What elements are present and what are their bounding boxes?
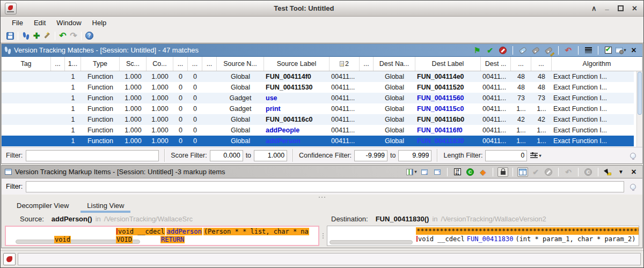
table-cell: Gadget [217, 105, 264, 113]
score-to-input[interactable] [254, 150, 287, 161]
menu-file[interactable]: File [7, 18, 28, 28]
column-header[interactable]: Co... [147, 57, 173, 71]
destination-info: Destination: FUN_00411830() in /VersionT… [324, 215, 642, 223]
table-cell: 0 [188, 116, 202, 123]
footprints-icon[interactable] [20, 31, 31, 41]
column-header[interactable]: ... [188, 57, 202, 71]
column-header[interactable]: Source N... [217, 57, 264, 71]
splitter-handle[interactable] [2, 195, 642, 199]
match-row[interactable]: 1Function1.0001.00000GlobaladdPerson0041… [2, 136, 634, 146]
column-header[interactable]: Algorithm [552, 57, 642, 71]
undo-red-icon[interactable]: ↶ [563, 46, 574, 55]
replace-icon[interactable]: C [465, 167, 475, 177]
ghidra-dragon-icon[interactable] [3, 253, 16, 265]
toolbar-separator [493, 168, 493, 176]
column-header[interactable]: 1... [65, 57, 81, 71]
column-header[interactable]: Dest Label [415, 57, 481, 71]
match-row[interactable]: 1Function1.0001.00000Gadgetuse00411...Gl… [2, 93, 634, 103]
tag-blue-icon[interactable] [517, 46, 528, 55]
diamond-icon[interactable]: ◆ [478, 167, 488, 177]
close-window-button[interactable]: × [632, 4, 637, 13]
tag-edit-icon[interactable] [543, 46, 554, 55]
tab-decompiler-view[interactable]: Decompiler View [10, 200, 75, 213]
filter-settings-icon[interactable]: ▾ [530, 151, 541, 160]
pane-splitter[interactable] [320, 226, 326, 246]
prev-item-icon[interactable]: ↑ [432, 167, 443, 177]
markup-status-icon[interactable]: ▾ [406, 167, 417, 177]
minimize-button[interactable]: _ [605, 3, 609, 10]
score-filter-group: Score Filter: to [171, 150, 287, 161]
match-row[interactable]: 1Function1.0001.00000GlobalFUN_004116c00… [2, 114, 634, 125]
matches-vscrollbar[interactable] [636, 71, 642, 147]
source-listing-pane[interactable]: void __cdecl addPerson(Person * * list, … [5, 226, 319, 246]
score-from-input[interactable] [210, 150, 243, 161]
destination-hscrollbar[interactable] [330, 240, 413, 244]
close-icon[interactable]: × [628, 46, 639, 55]
table-cell: 1.000 [120, 116, 147, 123]
accept-icon[interactable]: ✔ [485, 46, 495, 55]
filter-hint-bulb-icon[interactable] [627, 182, 638, 191]
undo-icon[interactable]: ↶ [57, 31, 68, 41]
table-cell: 0 [188, 73, 202, 80]
help-icon[interactable]: ? [84, 31, 94, 41]
column-header[interactable]: Dest Na... [374, 57, 415, 71]
list-icon[interactable] [583, 46, 594, 55]
add-icon[interactable]: ✚ [31, 31, 42, 41]
cursor-highlight-icon[interactable] [603, 167, 613, 177]
match-row[interactable]: 1Function1.0001.00000GlobalFUN_004114f00… [2, 71, 634, 82]
table-settings-icon[interactable]: ▾ [616, 46, 626, 55]
table-cell: Global [217, 84, 264, 91]
column-header[interactable]: ... [202, 57, 217, 71]
column-header[interactable]: Type [81, 57, 120, 71]
menu-window[interactable]: Window [52, 18, 86, 28]
tag-dis-icon[interactable]: C [583, 167, 594, 177]
menu-help[interactable]: Help [87, 18, 112, 28]
shade-button[interactable]: ∧ [591, 5, 597, 12]
accept-dis-icon[interactable]: ✔ [530, 167, 541, 177]
column-header[interactable]: ... [531, 57, 552, 71]
redo-icon[interactable]: ↷ [68, 31, 79, 41]
reject-dis-icon[interactable] [543, 167, 554, 177]
confidence-from-input[interactable] [354, 150, 387, 161]
table-cell: Function [81, 84, 120, 91]
column-header[interactable]: ... [51, 57, 65, 71]
column-header[interactable]: Sc... [120, 57, 147, 71]
tab-listing-view[interactable]: Listing View [80, 200, 130, 213]
table-cell: Gadget [217, 94, 264, 102]
column-header[interactable]: Source Label [264, 57, 330, 71]
column-header[interactable]: Dest ... [481, 57, 511, 71]
close-icon[interactable]: × [628, 167, 639, 177]
match-row[interactable]: 1Function1.0001.00000Gadgetprint00411...… [2, 103, 634, 114]
checkbox-icon[interactable]: ✔ [603, 46, 613, 55]
save-icon[interactable] [5, 31, 16, 41]
wand-icon[interactable]: ✦ [42, 31, 53, 41]
matches-toolbar: ⚑✔↶✔▾× [472, 46, 639, 55]
table-cell: 1.000 [147, 137, 173, 145]
markup-filter-input[interactable] [26, 181, 624, 192]
match-row[interactable]: 1Function1.0001.00000GlobalFUN_004115300… [2, 82, 634, 93]
reject-icon[interactable] [497, 46, 508, 55]
toolbar-separator [558, 46, 559, 55]
flag-icon[interactable]: ⚑ [472, 46, 482, 55]
column-header[interactable]: Tag [2, 57, 51, 71]
confidence-to-input[interactable] [398, 150, 431, 161]
caret-down-icon[interactable]: ▼ [616, 167, 626, 177]
column-header[interactable]: 2 [330, 57, 360, 71]
dual-pane-icon[interactable] [517, 167, 528, 177]
table-cell: 1.000 [147, 126, 173, 134]
match-row[interactable]: 1Function1.0001.00000GlobaladdPeople0041… [2, 125, 634, 136]
matches-filter-input[interactable] [26, 150, 159, 161]
binary-icon[interactable]: 1001 [452, 167, 463, 177]
column-header[interactable]: ... [360, 57, 374, 71]
destination-listing-pane[interactable]: ****************************************… [327, 226, 639, 246]
column-header[interactable]: ... [511, 57, 531, 71]
next-item-icon[interactable]: ↓ [419, 167, 430, 177]
length-filter-input[interactable] [485, 150, 527, 161]
lock-icon[interactable] [497, 167, 508, 177]
tag-gray-icon[interactable] [530, 46, 541, 55]
menu-edit[interactable]: Edit [29, 18, 50, 28]
column-header[interactable]: ... [173, 57, 188, 71]
filter-hint-bulb-icon[interactable] [627, 151, 638, 160]
undo-dis-icon[interactable]: ↶ [563, 167, 574, 177]
maximize-button[interactable] [618, 5, 624, 11]
